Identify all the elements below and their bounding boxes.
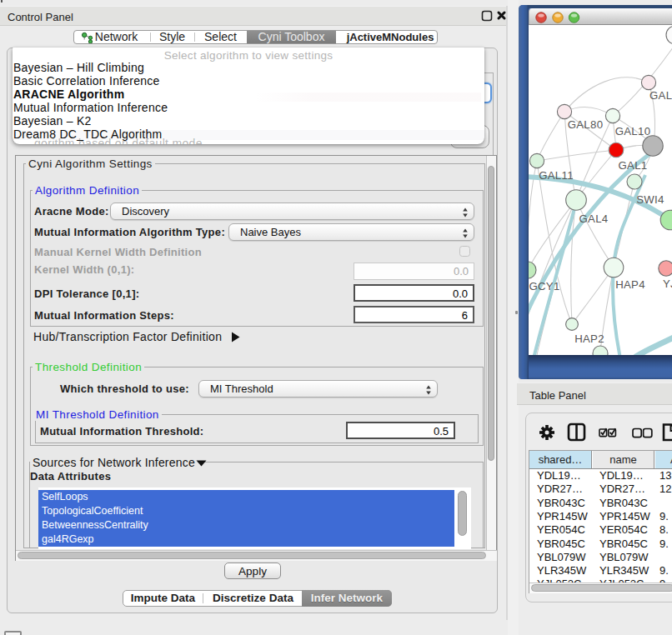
- svg-text:YJL: YJL: [663, 278, 672, 290]
- svg-text:GAL1: GAL1: [619, 159, 648, 172]
- svg-text:GAL10: GAL10: [615, 125, 651, 138]
- svg-text:HAP4: HAP4: [615, 278, 645, 291]
- svg-text:GAL80: GAL80: [568, 118, 604, 131]
- svg-text:HAP2: HAP2: [574, 332, 604, 345]
- svg-text:GAL4: GAL4: [579, 212, 609, 225]
- svg-text:GCY1: GCY1: [529, 280, 559, 292]
- svg-text:GAL11: GAL11: [539, 169, 574, 182]
- svg-text:SWI4: SWI4: [636, 193, 664, 206]
- svg-text:GAL2: GAL2: [649, 89, 672, 102]
